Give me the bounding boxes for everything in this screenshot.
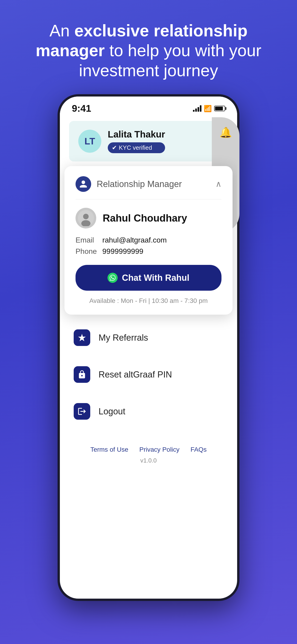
logout-label: Logout [98, 406, 125, 416]
headline: An exclusive relationship manager to hel… [0, 0, 297, 94]
availability-text: Available : Mon - Fri | 10:30 am - 7:30 … [76, 297, 222, 304]
menu-item-referrals[interactable]: My Referrals [60, 319, 237, 356]
profile-info: Lalita Thakur ✔ KYC verified [108, 129, 165, 153]
rm-contact: Email rahul@altgraaf.com Phone 999999999… [76, 236, 222, 256]
wifi-icon: 📶 [204, 105, 212, 112]
phone-inner: 9:41 📶 LT [60, 96, 237, 599]
rm-avatar [76, 208, 96, 228]
avatar: LT [78, 130, 101, 153]
terms-link[interactable]: Terms of Use [90, 446, 128, 453]
rm-card: Relationship Manager ∧ Rahul Choudhary [64, 166, 232, 315]
rm-header-left: Relationship Manager [76, 176, 182, 192]
referrals-icon [74, 329, 90, 346]
chat-button[interactable]: Chat With Rahul [76, 265, 222, 291]
profile-card[interactable]: LT Lalita Thakur ✔ KYC verified › [69, 121, 228, 162]
signal-icon [193, 105, 202, 112]
email-value: rahul@altgraaf.com [102, 236, 222, 244]
rm-person-icon [76, 176, 91, 192]
rm-person-name: Rahul Choudhary [103, 212, 187, 224]
privacy-link[interactable]: Privacy Policy [139, 446, 179, 453]
status-icons: 📶 [193, 105, 225, 112]
footer-links: Terms of Use Privacy Policy FAQs [90, 446, 206, 453]
menu-item-logout[interactable]: Logout [60, 393, 237, 430]
phone-frame: 9:41 📶 LT [58, 94, 240, 601]
version-text: v1.0.0 [140, 457, 157, 464]
svg-point-1 [83, 214, 89, 219]
lock-icon [74, 366, 90, 383]
bell-icon[interactable]: 🔔 [220, 126, 232, 138]
chat-button-label: Chat With Rahul [122, 273, 189, 283]
phone-wrapper: 9:41 📶 LT [50, 94, 248, 644]
rm-divider [76, 199, 222, 200]
menu-section: My Referrals Reset altGraaf PIN [60, 315, 237, 434]
rm-header: Relationship Manager ∧ [76, 176, 222, 192]
kyc-text: KYC verified [119, 144, 152, 151]
status-bar: 9:41 📶 [60, 96, 237, 116]
logout-icon [74, 403, 90, 420]
phone-label: Phone [76, 247, 97, 256]
headline-text: An exclusive relationship manager to hel… [36, 22, 262, 80]
profile-left: LT Lalita Thakur ✔ KYC verified [78, 129, 165, 153]
referrals-label: My Referrals [98, 333, 148, 343]
email-label: Email [76, 236, 97, 244]
kyc-badge: ✔ KYC verified [108, 142, 165, 153]
phone-footer: Terms of Use Privacy Policy FAQs v1.0.0 [60, 434, 237, 478]
phone-value: 9999999999 [102, 247, 222, 256]
status-time: 9:41 [72, 103, 91, 114]
rm-title: Relationship Manager [97, 179, 182, 189]
whatsapp-icon [108, 273, 118, 283]
reset-pin-label: Reset altGraaf PIN [98, 370, 172, 380]
rm-person: Rahul Choudhary [76, 208, 222, 228]
faqs-link[interactable]: FAQs [191, 446, 207, 453]
profile-name: Lalita Thakur [108, 129, 165, 140]
menu-item-reset-pin[interactable]: Reset altGraaf PIN [60, 356, 237, 393]
chevron-up-icon[interactable]: ∧ [216, 179, 222, 189]
battery-icon [214, 106, 225, 111]
